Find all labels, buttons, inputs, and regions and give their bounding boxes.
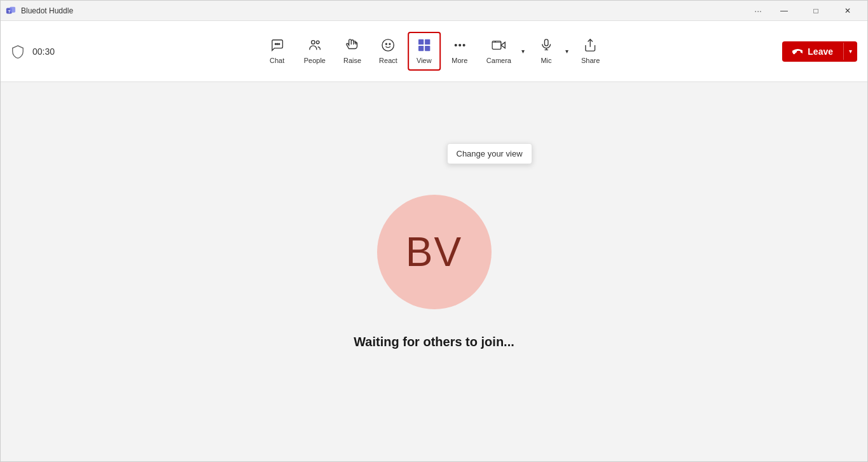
title-bar-left: T Bluedot Huddle: [6, 6, 73, 16]
phone-icon: [792, 46, 803, 57]
view-label: View: [417, 57, 432, 64]
people-icon: [308, 38, 322, 54]
svg-text:T: T: [8, 8, 11, 13]
react-button[interactable]: React: [371, 33, 405, 69]
tooltip-text: Change your view: [457, 149, 523, 158]
teams-icon: T: [6, 6, 16, 16]
more-button[interactable]: More: [443, 33, 476, 69]
raise-label: Raise: [343, 57, 361, 64]
leave-arrow-button[interactable]: ▾: [843, 43, 857, 60]
toolbar: 00:30 Chat: [1, 21, 867, 82]
mic-label: Mic: [541, 57, 551, 64]
svg-rect-13: [418, 46, 424, 51]
more-label: More: [451, 57, 467, 64]
call-timer: 00:30: [32, 46, 55, 57]
more-icon: [453, 38, 467, 54]
leave-label: Leave: [808, 46, 833, 57]
leave-button-group: Leave ▾: [782, 41, 857, 62]
camera-arrow-button[interactable]: ▾: [519, 39, 527, 64]
svg-point-10: [389, 43, 390, 45]
title-bar-controls: ··· — □ ✕: [749, 1, 862, 21]
raise-icon: [345, 38, 359, 54]
view-tooltip: Change your view: [447, 143, 532, 164]
camera-group: Camera ▾: [479, 33, 527, 69]
toolbar-center: Chat People Raise: [261, 32, 608, 71]
svg-rect-14: [425, 46, 430, 51]
toolbar-left: 00:30: [11, 45, 55, 59]
mic-button[interactable]: Mic: [530, 33, 563, 69]
title-bar-dots: ···: [749, 6, 767, 16]
people-button[interactable]: People: [296, 33, 333, 69]
svg-point-3: [275, 43, 276, 45]
mic-group: Mic ▾: [530, 33, 571, 69]
main-content: Change your view BV Waiting for others t…: [1, 82, 867, 461]
svg-rect-1: [10, 6, 15, 12]
toolbar-right: Leave ▾: [782, 41, 857, 62]
minimize-button[interactable]: —: [769, 1, 799, 21]
leave-button[interactable]: Leave: [782, 41, 843, 62]
svg-point-17: [463, 45, 465, 46]
share-button[interactable]: Share: [574, 33, 607, 69]
svg-rect-11: [418, 39, 424, 45]
view-icon: [417, 38, 431, 54]
app-title: Bluedot Huddle: [21, 6, 73, 15]
react-icon: [381, 38, 395, 54]
mic-icon: [539, 38, 553, 54]
close-button[interactable]: ✕: [833, 1, 862, 21]
svg-point-8: [382, 39, 394, 51]
raise-button[interactable]: Raise: [336, 33, 369, 69]
maximize-button[interactable]: □: [801, 1, 830, 21]
svg-point-7: [316, 41, 319, 44]
people-label: People: [304, 57, 326, 64]
svg-point-4: [277, 43, 278, 45]
view-button[interactable]: View: [408, 32, 441, 71]
chat-icon: [270, 38, 284, 54]
svg-point-16: [458, 45, 460, 46]
camera-icon: [492, 38, 506, 54]
avatar-initials: BV: [406, 228, 462, 276]
svg-rect-12: [425, 39, 430, 45]
share-icon: [584, 38, 598, 54]
svg-point-5: [279, 43, 280, 45]
svg-point-15: [455, 45, 457, 46]
react-label: React: [379, 57, 397, 64]
svg-point-6: [311, 41, 315, 45]
share-label: Share: [581, 57, 600, 64]
mic-arrow-button[interactable]: ▾: [563, 39, 571, 64]
chat-label: Chat: [270, 57, 284, 64]
camera-label: Camera: [486, 57, 511, 64]
shield-icon: [11, 45, 25, 59]
camera-button[interactable]: Camera: [479, 33, 519, 69]
title-bar: T Bluedot Huddle ··· — □ ✕: [1, 1, 867, 21]
svg-point-9: [386, 43, 387, 45]
svg-rect-21: [544, 39, 548, 46]
chat-button[interactable]: Chat: [261, 33, 294, 69]
avatar: BV: [377, 195, 492, 309]
waiting-message: Waiting for others to join...: [354, 335, 514, 349]
